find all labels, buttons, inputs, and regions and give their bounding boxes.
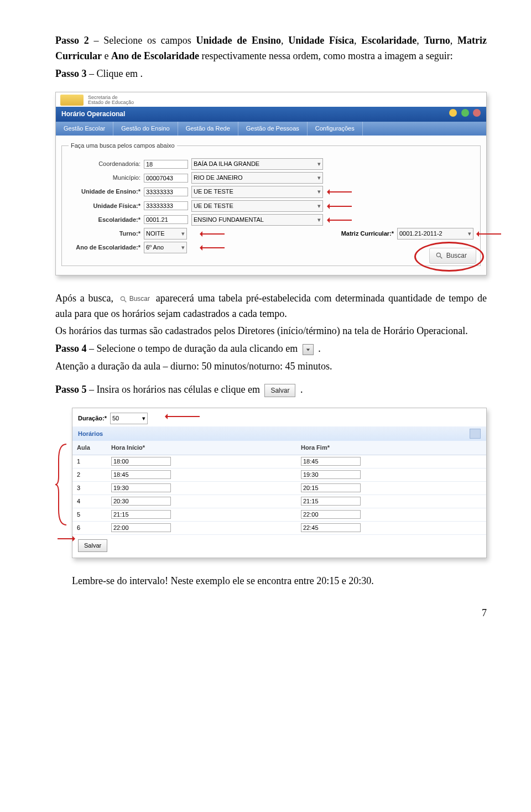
label-ano-escolaridade: Ano de Escolaridade:* xyxy=(69,243,140,252)
step2-label: Passo 2 xyxy=(55,35,89,46)
input-esc-code[interactable] xyxy=(144,215,188,224)
svg-marker-4 xyxy=(306,349,310,351)
step5-label: Passo 5 xyxy=(55,384,87,395)
input-uf-code[interactable] xyxy=(144,201,188,210)
menu-gestao-ensino[interactable]: Gestão do Ensino xyxy=(113,122,178,136)
chevron-down-icon xyxy=(306,347,310,352)
label-matriz: Matriz Curricular:* xyxy=(341,229,394,238)
label-duracao: Duração:* xyxy=(78,414,107,423)
annotation-arrow xyxy=(329,206,352,207)
app-brand-bar: Secretaria de Estado de Educação xyxy=(56,92,486,107)
annotation-arrow xyxy=(201,247,225,248)
home-icon[interactable] xyxy=(449,109,457,117)
svg-line-3 xyxy=(124,300,126,302)
after-busca-para2: Os horários das turmas são cadastrados p… xyxy=(55,324,487,339)
label-escolaridade: Escolaridade:* xyxy=(69,215,140,225)
input-hora-fim[interactable] xyxy=(301,457,361,466)
cell-aula: 1 xyxy=(72,455,107,469)
table-row: 2 xyxy=(72,469,486,482)
cell-aula: 4 xyxy=(72,495,107,508)
annotation-arrow xyxy=(329,191,352,192)
label-unidade-fisica: Unidade Física:* xyxy=(69,201,140,211)
help-icon[interactable] xyxy=(461,109,469,117)
calendar-icon[interactable] xyxy=(470,429,481,439)
select-unidade-ensino[interactable]: UE DE TESTE▾ xyxy=(191,186,323,197)
input-ue-code[interactable] xyxy=(144,188,188,196)
annotation-arrow xyxy=(166,416,200,417)
input-hora-fim[interactable] xyxy=(301,483,361,492)
exit-icon[interactable] xyxy=(473,109,481,117)
chevron-down-icon: ▾ xyxy=(317,173,321,183)
select-coordenadoria[interactable]: BAÍA DA ILHA GRANDE▾ xyxy=(191,158,323,170)
chevron-down-icon: ▾ xyxy=(317,159,321,169)
annotation-circle xyxy=(414,242,484,272)
annotation-arrow xyxy=(329,220,352,221)
select-escolaridade[interactable]: ENSINO FUNDAMENTAL▾ xyxy=(191,214,323,226)
input-hora-inicio[interactable] xyxy=(111,523,171,532)
lembre-paragraph: Lembre-se do intervalo! Neste exemplo el… xyxy=(72,574,487,589)
section-header-horarios: Horários xyxy=(72,426,486,441)
input-hora-fim[interactable] xyxy=(301,523,361,532)
th-hora-fim: Hora Fim* xyxy=(296,441,486,455)
menu-configuracoes[interactable]: Configurações xyxy=(308,122,363,136)
chevron-down-icon: ▾ xyxy=(181,229,185,238)
input-municipio-code[interactable] xyxy=(144,174,188,183)
select-municipio[interactable]: RIO DE JANEIRO▾ xyxy=(191,172,323,184)
inline-buscar-icon: Buscar xyxy=(119,294,150,304)
inline-dropdown-icon xyxy=(303,344,314,355)
chevron-down-icon: ▾ xyxy=(468,229,471,238)
screenshot-search-form: Secretaria de Estado de Educação Horário… xyxy=(55,92,487,275)
input-hora-fim[interactable] xyxy=(301,470,361,479)
input-coordenadoria-code[interactable] xyxy=(144,160,188,169)
main-menu: Gestão Escolar Gestão do Ensino Gestão d… xyxy=(56,122,486,136)
cell-aula: 5 xyxy=(72,508,107,522)
table-row: 6 xyxy=(72,522,486,535)
annotation-brace xyxy=(55,443,69,526)
cell-aula: 3 xyxy=(72,482,107,495)
salvar-button[interactable]: Salvar xyxy=(78,539,107,552)
step4-label: Passo 4 xyxy=(55,343,87,354)
cell-aula: 6 xyxy=(72,522,107,535)
menu-gestao-pessoas[interactable]: Gestão de Pessoas xyxy=(238,122,308,136)
input-hora-inicio[interactable] xyxy=(111,510,171,519)
step2-paragraph: Passo 2 – Selecione os campos Unidade de… xyxy=(55,33,487,64)
search-fieldset: Faça uma busca pelos campos abaixo Coord… xyxy=(61,141,481,266)
fieldset-legend: Faça uma busca pelos campos abaixo xyxy=(69,141,177,150)
step3-label: Passo 3 xyxy=(55,68,87,79)
brand-line2: Estado de Educação xyxy=(88,100,134,105)
th-hora-inicio: Hora Início* xyxy=(107,441,296,455)
input-hora-fim[interactable] xyxy=(301,510,361,519)
input-hora-fim[interactable] xyxy=(301,497,361,506)
label-coordenadoria: Coordenadoria: xyxy=(69,159,140,169)
menu-gestao-escolar[interactable]: Gestão Escolar xyxy=(56,122,113,136)
inline-salvar-button: Salvar xyxy=(264,384,295,398)
select-matriz[interactable]: 0001.21-2011-2▾ xyxy=(397,228,473,240)
table-row: 1 xyxy=(72,455,486,469)
table-row: 3 xyxy=(72,482,486,495)
select-ano-escolaridade[interactable]: 6º Ano▾ xyxy=(144,242,187,253)
th-aula: Aula xyxy=(72,441,107,455)
horarios-table: Aula Hora Início* Hora Fim* 123456 xyxy=(72,441,486,535)
label-unidade-ensino: Unidade de Ensino:* xyxy=(69,187,140,196)
annotation-arrow xyxy=(478,233,501,235)
table-row: 4 xyxy=(72,495,486,508)
input-hora-inicio[interactable] xyxy=(111,457,171,466)
chevron-down-icon: ▾ xyxy=(317,215,321,225)
chevron-down-icon: ▾ xyxy=(181,243,185,252)
window-title-bar: Horário Operacional xyxy=(56,107,486,122)
title-icons xyxy=(447,109,481,120)
search-icon xyxy=(119,295,127,303)
menu-gestao-rede[interactable]: Gestão da Rede xyxy=(178,122,238,136)
page-number: 7 xyxy=(55,606,487,621)
select-duracao[interactable]: 50▾ xyxy=(110,413,148,424)
input-hora-inicio[interactable] xyxy=(111,483,171,492)
input-hora-inicio[interactable] xyxy=(111,470,171,479)
label-municipio: Município: xyxy=(69,173,140,183)
screenshot-horarios-table: Duração:* 50▾ Horários Aula Hora Início*… xyxy=(72,408,487,558)
input-hora-inicio[interactable] xyxy=(111,497,171,506)
svg-point-2 xyxy=(121,296,124,300)
select-unidade-fisica[interactable]: UE DE TESTE▾ xyxy=(191,200,323,212)
chevron-down-icon: ▾ xyxy=(317,201,321,211)
select-turno[interactable]: NOITE▾ xyxy=(144,228,187,240)
after-busca-para1: Após a busca, Buscar aparecerá uma tabel… xyxy=(55,291,487,322)
